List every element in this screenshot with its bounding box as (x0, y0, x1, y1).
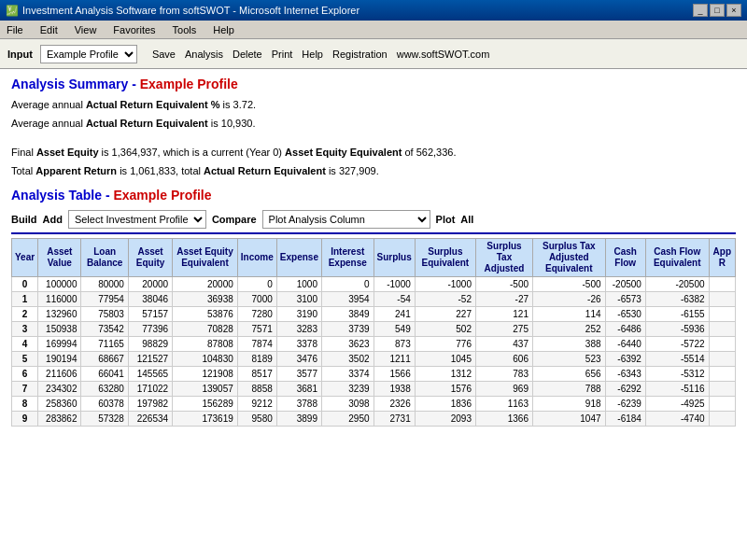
table-cell: -20500 (645, 277, 709, 292)
window-controls[interactable]: _ □ × (693, 4, 741, 17)
close-button[interactable]: × (726, 4, 741, 17)
table-cell: 9212 (237, 397, 276, 412)
table-cell: 3378 (276, 337, 321, 352)
main-content: Analysis Summary - Example Profile Avera… (0, 69, 747, 560)
table-cell: -52 (415, 292, 475, 307)
table-cell: 0 (237, 277, 276, 292)
toolbar-item-analysis[interactable]: Analysis (185, 49, 223, 60)
profile-select-table[interactable]: Select Investment Profile (68, 210, 206, 229)
compare-button[interactable]: Compare (212, 214, 257, 225)
table-cell: 523 (533, 352, 606, 367)
menu-item-view[interactable]: View (72, 23, 100, 36)
table-cell: 87808 (173, 337, 238, 352)
toolbar-item-delete[interactable]: Delete (233, 49, 262, 60)
col-surplus-tax-adj: Surplus Tax Adjusted (475, 239, 532, 277)
table-cell: 190194 (38, 352, 81, 367)
table-row: 0100000800002000020000010000-1000-1000-5… (12, 277, 736, 292)
table-cell: 150938 (38, 322, 81, 337)
table-cell: 114 (533, 307, 606, 322)
table-cell: 2 (12, 307, 38, 322)
toolbar-item-www-softswot-com[interactable]: www.softSWOT.com (397, 49, 490, 60)
toolbar-item-help[interactable]: Help (302, 49, 323, 60)
table-cell: 3954 (321, 292, 374, 307)
menu-item-help[interactable]: Help (210, 23, 237, 36)
menu-item-favorites[interactable]: Favorites (110, 23, 158, 36)
col-asset-equity: Asset Equity (128, 239, 172, 277)
summary-line2: Average annual Actual Return Equivalent … (11, 116, 736, 132)
table-cell: 3283 (276, 322, 321, 337)
title-bar: 💹 Investment Analysis Software from soft… (0, 0, 747, 21)
table-cell: 132960 (38, 307, 81, 322)
col-loan-balance: Loan Balance (81, 239, 128, 277)
table-cell: 3788 (276, 397, 321, 412)
table-cell: -6184 (605, 412, 645, 427)
table-cell: 502 (415, 322, 475, 337)
table-cell: -54 (374, 292, 415, 307)
table-cell (709, 307, 735, 322)
table-row: 4169994711659882987808787433783623873776… (12, 337, 736, 352)
table-cell: -6292 (605, 382, 645, 397)
table-cell: 169994 (38, 337, 81, 352)
all-button[interactable]: All (460, 214, 473, 225)
table-row: 1116000779543804636938700031003954-54-52… (12, 292, 736, 307)
table-cell: -6486 (605, 322, 645, 337)
col-asset-equity-equiv: Asset Equity Equivalent (173, 239, 238, 277)
toolbar-item-registration[interactable]: Registration (332, 49, 388, 60)
table-cell: -5312 (645, 367, 709, 382)
table-cell: 8858 (237, 382, 276, 397)
table-cell: -4925 (645, 397, 709, 412)
input-label: Input (7, 49, 33, 60)
profile-select[interactable]: Example Profile (40, 45, 137, 63)
table-cell: 783 (475, 367, 532, 382)
table-cell: 3577 (276, 367, 321, 382)
table-cell: 63280 (81, 382, 128, 397)
menu-item-edit[interactable]: Edit (37, 23, 61, 36)
table-cell: 1576 (415, 382, 475, 397)
table-cell: 3098 (321, 397, 374, 412)
table-cell: 70828 (173, 322, 238, 337)
maximize-button[interactable]: □ (710, 4, 725, 17)
add-button[interactable]: Add (43, 214, 63, 225)
analysis-summary: Analysis Summary - Example Profile Avera… (11, 77, 736, 178)
table-cell: 8517 (237, 367, 276, 382)
table-cell: 20000 (173, 277, 238, 292)
col-expense: Expense (276, 239, 321, 277)
toolbar-item-print[interactable]: Print (272, 49, 293, 60)
table-cell: 60378 (81, 397, 128, 412)
table-cell (709, 322, 735, 337)
minimize-button[interactable]: _ (693, 4, 708, 17)
table-cell: 171022 (128, 382, 172, 397)
table-cell: 5 (12, 352, 38, 367)
table-cell: 8189 (237, 352, 276, 367)
table-cell: 969 (475, 382, 532, 397)
build-button[interactable]: Build (11, 214, 37, 225)
table-cell: 68667 (81, 352, 128, 367)
table-cell: 211606 (38, 367, 81, 382)
table-cell: 388 (533, 337, 606, 352)
table-cell: 227 (415, 307, 475, 322)
table-cell: 20000 (128, 277, 172, 292)
table-row: 3150938735427739670828757132833739549502… (12, 322, 736, 337)
table-cell: 7 (12, 382, 38, 397)
table-cell: 2093 (415, 412, 475, 427)
menu-item-tools[interactable]: Tools (170, 23, 200, 36)
table-cell: 3899 (276, 412, 321, 427)
table-row: 9283862573282265341736199580389929502731… (12, 412, 736, 427)
table-cell: 3100 (276, 292, 321, 307)
column-select[interactable]: Plot Analysis Column (262, 210, 430, 229)
toolbar-item-save[interactable]: Save (152, 49, 176, 60)
plot-button[interactable]: Plot (436, 214, 456, 225)
table-cell: 3374 (321, 367, 374, 382)
summary-line3: Final Asset Equity is 1,364,937, which i… (11, 145, 736, 161)
table-cell: 3739 (321, 322, 374, 337)
table-row: 5190194686671215271048308189347635021211… (12, 352, 736, 367)
table-cell: 2950 (321, 412, 374, 427)
table-cell: 3623 (321, 337, 374, 352)
table-cell: 7000 (237, 292, 276, 307)
menu-bar: FileEditViewFavoritesToolsHelp (0, 21, 747, 39)
toolbar: Input Example Profile SaveAnalysisDelete… (0, 39, 747, 69)
menu-item-file[interactable]: File (4, 23, 26, 36)
table-cell: 98829 (128, 337, 172, 352)
table-cell (709, 277, 735, 292)
table-cell: 77954 (81, 292, 128, 307)
